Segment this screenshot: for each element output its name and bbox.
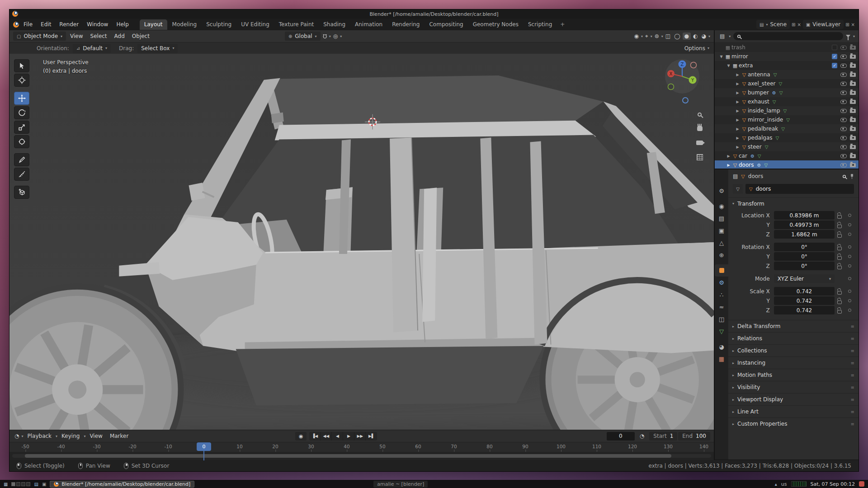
filter-icon[interactable] bbox=[846, 35, 850, 38]
tab-shading[interactable]: Shading bbox=[319, 19, 350, 30]
window-titlebar[interactable]: Blender* [/home/amalie/Desktop/blender/c… bbox=[9, 9, 859, 19]
panel-motion-paths[interactable]: ▸ Motion Paths ≡ bbox=[728, 369, 859, 381]
render-camera-icon[interactable] bbox=[850, 100, 856, 104]
pan-hand-icon[interactable] bbox=[697, 126, 703, 132]
panel-relations[interactable]: ▸ Relations ≡ bbox=[728, 332, 859, 344]
close-view-layer-icon[interactable]: × bbox=[851, 22, 855, 27]
outliner-row-exhaust[interactable]: ▶ ▽ exhaust ▽ bbox=[715, 97, 859, 106]
hide-eye-icon[interactable] bbox=[840, 109, 847, 113]
current-frame-field[interactable]: 0 bbox=[607, 432, 635, 441]
hide-eye-icon[interactable] bbox=[840, 100, 847, 104]
tool-rotate[interactable] bbox=[14, 106, 29, 119]
show-overlays-icon[interactable]: ⊚ bbox=[653, 33, 660, 39]
object-type-visibility-icon[interactable]: ◉ bbox=[632, 33, 640, 39]
scale-y-field[interactable]: 0.742 bbox=[774, 296, 835, 305]
tool-transform[interactable] bbox=[14, 135, 29, 148]
chevron-down-icon[interactable]: ▾ bbox=[853, 34, 855, 38]
render-camera-icon[interactable] bbox=[850, 145, 856, 149]
tab-material[interactable]: ◕ bbox=[715, 341, 728, 353]
hide-eye-icon[interactable] bbox=[840, 91, 847, 95]
outliner-row-pedalgas[interactable]: ▶ ▽ pedalgas ▽ bbox=[715, 133, 859, 142]
jump-to-end-button[interactable]: ▶▌ bbox=[366, 432, 377, 441]
navigation-gizmo[interactable]: Z X Y bbox=[664, 58, 700, 94]
outliner-editor-icon[interactable]: ▤ bbox=[718, 33, 726, 39]
render-camera-icon[interactable] bbox=[850, 163, 856, 167]
decorator-dot[interactable] bbox=[845, 214, 855, 217]
shading-wireframe-icon[interactable]: ◯ bbox=[673, 33, 681, 39]
lock-icon[interactable] bbox=[835, 298, 844, 304]
decorator-dot[interactable] bbox=[845, 255, 855, 258]
decorator-dot[interactable] bbox=[845, 309, 855, 312]
shading-material-icon[interactable]: ◐ bbox=[692, 33, 699, 39]
tray-app-icon[interactable] bbox=[859, 481, 864, 487]
render-camera-icon[interactable] bbox=[850, 64, 856, 68]
tab-texture-paint[interactable]: Texture Paint bbox=[274, 19, 318, 30]
tool-annotate[interactable] bbox=[14, 153, 29, 166]
tool-move[interactable] bbox=[14, 92, 29, 105]
hide-eye-icon[interactable] bbox=[840, 163, 847, 167]
disclosure-icon[interactable]: ▼ bbox=[718, 55, 724, 59]
tab-object[interactable] bbox=[715, 264, 728, 277]
axis-minus-x-ball[interactable] bbox=[691, 62, 697, 68]
app-launcher-icon[interactable]: ▦ bbox=[4, 482, 8, 487]
properties-editor-icon[interactable]: ▤ bbox=[733, 173, 738, 179]
tab-compositing[interactable]: Compositing bbox=[425, 19, 467, 30]
menu-window[interactable]: Window bbox=[83, 20, 112, 29]
play-reverse-button[interactable]: ◀ bbox=[332, 432, 343, 441]
disclosure-icon[interactable]: ▶ bbox=[735, 100, 741, 104]
breadcrumb-object-name[interactable]: doors bbox=[748, 173, 764, 179]
disclosure-icon[interactable]: ▶ bbox=[735, 91, 741, 95]
pin-icon[interactable] bbox=[849, 174, 854, 179]
rotation-z-field[interactable]: 0° bbox=[774, 262, 835, 270]
rotation-mode-dropdown[interactable]: XYZ Euler bbox=[774, 274, 835, 283]
menu-help[interactable]: Help bbox=[113, 20, 132, 29]
menu-tl-view[interactable]: View bbox=[86, 432, 105, 441]
disclosure-icon[interactable]: ▼ bbox=[726, 64, 731, 68]
camera-view-icon[interactable] bbox=[696, 140, 703, 146]
hide-eye-icon[interactable] bbox=[840, 55, 847, 59]
lock-icon[interactable] bbox=[835, 222, 844, 228]
taskbar-task-blender[interactable]: Blender* [/home/amalie/Desktop/blender/c… bbox=[50, 481, 194, 488]
menu-add[interactable]: Add bbox=[111, 32, 128, 41]
disclosure-icon[interactable]: ▶ bbox=[735, 118, 741, 122]
render-camera-icon[interactable] bbox=[850, 73, 856, 77]
disclosure-icon[interactable]: ▶ bbox=[735, 127, 741, 131]
tab-modifiers[interactable]: ⚙ bbox=[715, 277, 728, 289]
playback-sync-icon[interactable]: ◔ bbox=[638, 433, 646, 439]
outliner-row-inside-lamp[interactable]: ▶ ▽ inside_lamp ▽ bbox=[715, 106, 859, 115]
disclosure-icon[interactable]: ▶ bbox=[735, 82, 741, 86]
tab-modeling[interactable]: Modeling bbox=[168, 19, 202, 30]
decorator-dot[interactable] bbox=[845, 290, 855, 293]
tab-scripting[interactable]: Scripting bbox=[524, 19, 557, 30]
transform-orientation-dropdown[interactable]: ⊕ Global ▾ bbox=[285, 32, 321, 41]
decorator-dot[interactable] bbox=[845, 264, 855, 267]
transform-panel-header[interactable]: ▾ Transform bbox=[728, 197, 859, 209]
frame-start-field[interactable]: Start 1 bbox=[649, 432, 677, 441]
outliner-row-extra[interactable]: ▼ ▦ extra ✓ bbox=[715, 61, 859, 70]
shading-rendered-icon[interactable]: ◕ bbox=[700, 33, 708, 39]
disclosure-icon[interactable]: ▶ bbox=[735, 136, 741, 140]
axis-minus-z-ball[interactable] bbox=[682, 97, 689, 103]
chevron-down-icon[interactable]: ▾ bbox=[340, 34, 342, 38]
render-camera-icon[interactable] bbox=[850, 127, 856, 131]
tab-rendering[interactable]: Rendering bbox=[387, 19, 424, 30]
timeline-scrollbar[interactable] bbox=[25, 454, 671, 458]
lock-icon[interactable] bbox=[835, 212, 844, 219]
outliner-row-doors[interactable]: ▶ ▽ doors ⚙ ▽ bbox=[715, 160, 859, 169]
orientation-setting-dropdown[interactable]: ⊿ Default ▾ bbox=[73, 44, 111, 53]
exclude-checkbox[interactable]: ✓ bbox=[832, 54, 837, 59]
menu-view[interactable]: View bbox=[67, 32, 86, 41]
tab-scene[interactable]: △ bbox=[715, 237, 728, 249]
outliner-row-antenna[interactable]: ▶ ▽ antenna ▽ bbox=[715, 70, 859, 79]
menu-edit[interactable]: Edit bbox=[37, 20, 55, 29]
tab-geometry-nodes[interactable]: Geometry Nodes bbox=[468, 19, 523, 30]
snap-magnet-icon[interactable]: Ω bbox=[321, 33, 328, 39]
disclosure-icon[interactable]: ▶ bbox=[726, 154, 731, 158]
hide-eye-icon[interactable] bbox=[840, 64, 847, 68]
menu-keying[interactable]: Keying bbox=[58, 432, 83, 441]
lock-icon[interactable] bbox=[835, 244, 844, 250]
render-camera-icon[interactable] bbox=[850, 91, 856, 95]
outliner-row-car[interactable]: ▶ ▽ car ⚙ ▽ bbox=[715, 151, 859, 160]
render-camera-icon[interactable] bbox=[850, 154, 856, 158]
tab-animation[interactable]: Animation bbox=[350, 19, 387, 30]
